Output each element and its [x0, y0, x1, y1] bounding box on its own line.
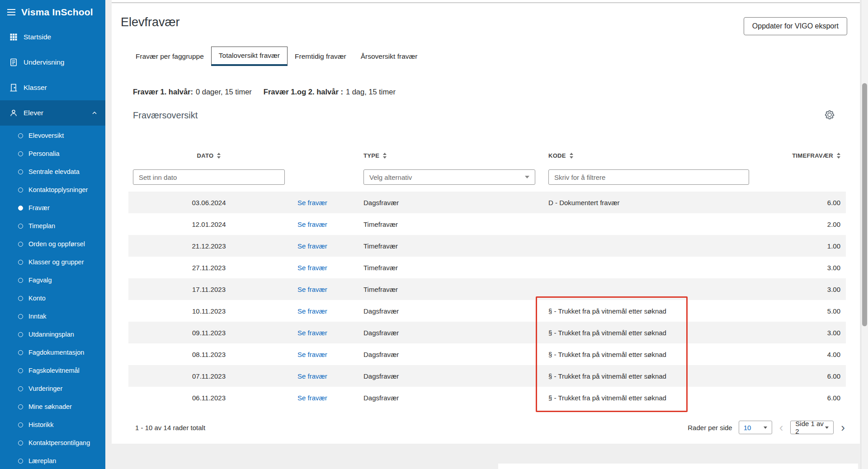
subitem-label: Fagskolevitnemål	[28, 367, 80, 374]
sidebar-item-vurderinger[interactable]: Vurderinger	[0, 380, 105, 398]
page-select[interactable]: Side 1 av 2	[790, 421, 834, 434]
settings-gear-icon[interactable]	[824, 109, 835, 120]
sidebar-item-kontaktpersontilgang[interactable]: Kontaktpersontilgang	[0, 434, 105, 452]
table-header-type[interactable]: TYPE	[363, 152, 387, 159]
table-header-dato[interactable]: DATO	[197, 152, 221, 159]
sidebar: Visma InSchool Startside Undervisning Kl…	[0, 0, 105, 469]
table-row: 27.11.2023Se fraværTimefravær3.00	[128, 257, 846, 278]
sidebar-item-startside[interactable]: Startside	[0, 24, 105, 50]
se-fravaer-link[interactable]: Se fravær	[297, 264, 327, 272]
cell-type: Timefravær	[363, 220, 548, 228]
subitem-label: Kontaktopplysninger	[28, 186, 88, 193]
menu-icon[interactable]	[7, 9, 15, 15]
tab-bar: Fravær per faggruppe Totaloversikt fravæ…	[128, 47, 425, 66]
se-fravaer-link[interactable]: Se fravær	[297, 394, 327, 402]
circle-icon	[18, 459, 23, 464]
subitem-label: Klasser og grupper	[28, 258, 84, 266]
subitem-label: Vurderinger	[28, 385, 62, 392]
sidebar-item-personalia[interactable]: Personalia	[0, 145, 105, 163]
sidebar-item-elever[interactable]: Elever	[0, 100, 105, 126]
sidebar-subnav: Elevoversikt Personalia Sentrale elevdat…	[0, 126, 105, 469]
tab-fravaer-per-faggruppe[interactable]: Fravær per faggruppe	[128, 47, 211, 66]
rows-per-page-select[interactable]: 10	[739, 421, 772, 434]
cell-dato: 08.11.2023	[128, 351, 289, 358]
next-page-button[interactable]: ›	[840, 422, 846, 433]
se-fravaer-link[interactable]: Se fravær	[297, 199, 327, 206]
table-row: 21.12.2023Se fraværTimefravær1.00	[128, 235, 846, 257]
tab-fremtidig-fravaer[interactable]: Fremtidig fravær	[288, 47, 354, 66]
circle-icon	[18, 314, 23, 319]
select-value: Side 1 av 2	[795, 420, 825, 435]
circle-icon	[18, 224, 23, 229]
se-fravaer-link[interactable]: Se fravær	[297, 286, 327, 293]
sort-icon	[383, 153, 387, 159]
tab-totaloversikt-fravaer[interactable]: Totaloversikt fravær	[211, 47, 288, 66]
sidebar-header: Visma InSchool	[0, 0, 105, 24]
content-card: Elevfravær Oppdater for VIGO eksport Fra…	[112, 0, 860, 444]
sidebar-item-timeplan[interactable]: Timeplan	[0, 217, 105, 235]
main-content: Elevfravær Oppdater for VIGO eksport Fra…	[105, 0, 868, 469]
cell-dato: 09.11.2023	[128, 329, 289, 337]
se-fravaer-link[interactable]: Se fravær	[297, 220, 327, 228]
sidebar-item-fravaer[interactable]: Fravær	[0, 199, 105, 217]
subitem-label: Orden og oppførsel	[28, 240, 85, 248]
vertical-scrollbar[interactable]	[861, 0, 868, 469]
scrollbar-thumb[interactable]	[862, 83, 867, 326]
sidebar-item-kontaktopplysninger[interactable]: Kontaktopplysninger	[0, 181, 105, 199]
book-icon	[9, 58, 18, 67]
circle-icon	[18, 242, 23, 247]
sidebar-item-klasser[interactable]: Klasser	[0, 75, 105, 100]
app-title: Visma InSchool	[21, 7, 93, 18]
sidebar-item-utdanningsplan[interactable]: Utdanningsplan	[0, 325, 105, 343]
cell-dato: 17.11.2023	[128, 286, 289, 293]
table-header-timefravaer[interactable]: TIMEFRAVÆR	[792, 152, 840, 159]
header-label: KODE	[548, 152, 566, 159]
nav-label: Elever	[24, 109, 43, 117]
sidebar-item-fagvalg[interactable]: Fagvalg	[0, 271, 105, 289]
circle-icon	[18, 296, 23, 301]
se-fravaer-link[interactable]: Se fravær	[297, 351, 327, 358]
sidebar-item-klasser-og-grupper[interactable]: Klasser og grupper	[0, 253, 105, 271]
table-row: 06.11.2023Se fraværDagsfravær§ - Trukket…	[128, 387, 846, 408]
se-fravaer-link[interactable]: Se fravær	[297, 329, 327, 337]
sidebar-item-orden-og-oppforsel[interactable]: Orden og oppførsel	[0, 235, 105, 253]
nav-label: Klasser	[24, 84, 47, 92]
sidebar-item-inntak[interactable]: Inntak	[0, 307, 105, 325]
se-fravaer-link[interactable]: Se fravær	[297, 372, 327, 380]
se-fravaer-link[interactable]: Se fravær	[297, 307, 327, 315]
table-row: 09.11.2023Se fraværDagsfravær§ - Trukket…	[128, 322, 846, 343]
cell-type: Dagsfravær	[363, 329, 548, 337]
cell-dato: 03.06.2024	[128, 199, 289, 206]
sidebar-item-historikk[interactable]: Historikk	[0, 416, 105, 434]
tab-aarsoversikt-fravaer[interactable]: Årsoversikt fravær	[354, 47, 425, 66]
date-filter-input[interactable]	[133, 169, 285, 185]
sidebar-item-konto[interactable]: Konto	[0, 289, 105, 307]
top-divider	[112, 2, 860, 3]
circle-icon	[18, 169, 23, 174]
sidebar-item-fagdokumentasjon[interactable]: Fagdokumentasjon	[0, 343, 105, 361]
rows-per-page-label: Rader per side	[688, 424, 732, 431]
sidebar-item-fagskolevitnemaal[interactable]: Fagskolevitnemål	[0, 361, 105, 380]
sidebar-item-undervisning[interactable]: Undervisning	[0, 50, 105, 75]
sidebar-item-laereplan[interactable]: Læreplan	[0, 452, 105, 469]
sidebar-item-sentrale-elevdata[interactable]: Sentrale elevdata	[0, 163, 105, 181]
kode-filter-input[interactable]	[548, 169, 749, 185]
cell-timer: 3.00	[784, 264, 846, 272]
cell-type: Dagsfravær	[363, 199, 548, 206]
se-fravaer-link[interactable]: Se fravær	[297, 242, 327, 250]
previous-page-button[interactable]: ‹	[778, 422, 784, 433]
select-value: Velg alternativ	[369, 174, 412, 181]
subitem-label: Inntak	[28, 313, 47, 320]
cell-type: Dagsfravær	[363, 351, 548, 358]
circle-icon	[18, 404, 23, 409]
cell-timer: 3.00	[784, 329, 846, 337]
sidebar-item-elevoversikt[interactable]: Elevoversikt	[0, 127, 105, 145]
type-filter-select[interactable]: Velg alternativ	[363, 169, 535, 185]
circle-icon	[18, 332, 23, 337]
vigo-export-button[interactable]: Oppdater for VIGO eksport	[744, 17, 847, 35]
sidebar-item-mine-soknader[interactable]: Mine søknader	[0, 398, 105, 416]
absence-summary: Fravær 1. halvår: 0 dager, 15 timer Frav…	[133, 88, 396, 96]
cell-dato: 07.11.2023	[128, 372, 289, 380]
cell-type: Timefravær	[363, 242, 548, 250]
table-header-kode[interactable]: KODE	[548, 152, 573, 159]
